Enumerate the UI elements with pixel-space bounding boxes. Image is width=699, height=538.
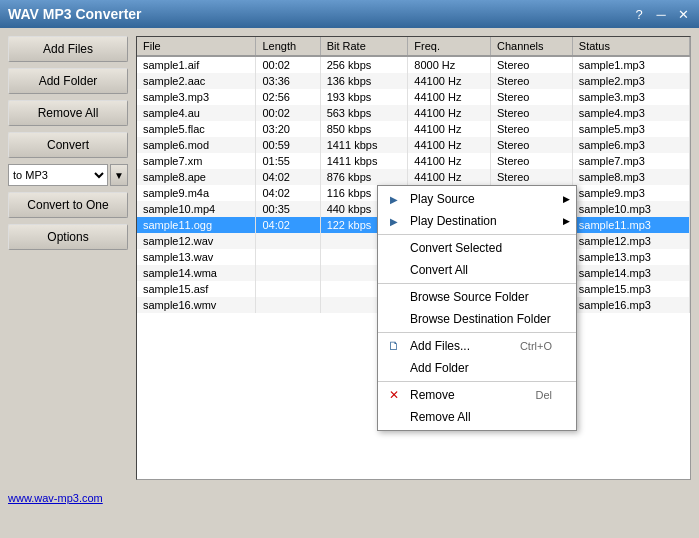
- cell-bitrate: 256 kbps: [320, 56, 408, 73]
- context-menu-item-label: Convert Selected: [410, 241, 502, 255]
- cell-channels: Stereo: [490, 121, 572, 137]
- table-row[interactable]: sample4.au00:02563 kbps44100 HzStereosam…: [137, 105, 690, 121]
- format-arrow[interactable]: ▼: [110, 164, 128, 186]
- col-bitrate: Bit Rate: [320, 37, 408, 56]
- format-select[interactable]: to MP3 to WAV to OGG to AAC to FLAC: [8, 164, 108, 186]
- context-menu-item[interactable]: Convert Selected: [378, 237, 576, 259]
- cell-status: sample5.mp3: [572, 121, 689, 137]
- cell-freq: 8000 Hz: [408, 56, 491, 73]
- context-menu-shortcut: Del: [535, 389, 552, 401]
- context-menu-item[interactable]: Browse Source Folder: [378, 286, 576, 308]
- cell-bitrate: 193 kbps: [320, 89, 408, 105]
- cell-file: sample3.mp3: [137, 89, 256, 105]
- cell-file: sample10.mp4: [137, 201, 256, 217]
- context-menu-item-label: Browse Source Folder: [410, 290, 529, 304]
- table-row[interactable]: sample5.flac03:20850 kbps44100 HzStereos…: [137, 121, 690, 137]
- cell-status: sample4.mp3: [572, 105, 689, 121]
- table-row[interactable]: sample1.aif00:02256 kbps8000 HzStereosam…: [137, 56, 690, 73]
- col-status: Status: [572, 37, 689, 56]
- cell-file: sample5.flac: [137, 121, 256, 137]
- app-title: WAV MP3 Converter: [8, 6, 142, 22]
- remove-all-button[interactable]: Remove All: [8, 100, 128, 126]
- cell-bitrate: 1411 kbps: [320, 137, 408, 153]
- cell-file: sample8.ape: [137, 169, 256, 185]
- convert-button[interactable]: Convert: [8, 132, 128, 158]
- cell-freq: 44100 Hz: [408, 137, 491, 153]
- cell-file: sample16.wmv: [137, 297, 256, 313]
- convert-to-one-button[interactable]: Convert to One: [8, 192, 128, 218]
- cell-freq: 44100 Hz: [408, 105, 491, 121]
- cell-channels: Stereo: [490, 105, 572, 121]
- play-icon: ▶: [384, 216, 404, 227]
- title-controls: ? ─ ✕: [631, 7, 691, 22]
- context-menu-item[interactable]: 🗋Add Files...Ctrl+O: [378, 335, 576, 357]
- options-button[interactable]: Options: [8, 224, 128, 250]
- context-menu-item[interactable]: ▶Play Source: [378, 188, 576, 210]
- context-menu-item[interactable]: Add Folder: [378, 357, 576, 379]
- add-folder-button[interactable]: Add Folder: [8, 68, 128, 94]
- col-freq: Freq.: [408, 37, 491, 56]
- col-channels: Channels: [490, 37, 572, 56]
- cell-length: 04:02: [256, 185, 320, 201]
- minimize-button[interactable]: ─: [653, 7, 669, 22]
- cell-length: [256, 265, 320, 281]
- cell-file: sample9.m4a: [137, 185, 256, 201]
- cell-length: [256, 281, 320, 297]
- close-button[interactable]: ✕: [675, 7, 691, 22]
- context-menu-item[interactable]: Remove All: [378, 406, 576, 428]
- context-menu-item[interactable]: ✕RemoveDel: [378, 384, 576, 406]
- cell-length: 03:36: [256, 73, 320, 89]
- cell-length: 00:02: [256, 56, 320, 73]
- table-row[interactable]: sample6.mod00:591411 kbps44100 HzStereos…: [137, 137, 690, 153]
- table-row[interactable]: sample8.ape04:02876 kbps44100 HzStereosa…: [137, 169, 690, 185]
- cell-status: sample10.mp3: [572, 201, 689, 217]
- cell-bitrate: 136 kbps: [320, 73, 408, 89]
- context-menu-item[interactable]: Convert All: [378, 259, 576, 281]
- cell-length: 04:02: [256, 169, 320, 185]
- remove-icon: ✕: [384, 388, 404, 402]
- context-menu-separator: [378, 332, 576, 333]
- cell-length: [256, 297, 320, 313]
- file-scroll[interactable]: File Length Bit Rate Freq. Channels Stat…: [137, 37, 690, 479]
- add-files-button[interactable]: Add Files: [8, 36, 128, 62]
- cell-channels: Stereo: [490, 137, 572, 153]
- website-link[interactable]: www.wav-mp3.com: [8, 492, 103, 504]
- context-menu-item-label: Remove: [410, 388, 455, 402]
- context-menu-item-label: Add Files...: [410, 339, 470, 353]
- cell-length: 00:02: [256, 105, 320, 121]
- context-menu-separator: [378, 381, 576, 382]
- col-length: Length: [256, 37, 320, 56]
- table-row[interactable]: sample7.xm01:551411 kbps44100 HzStereosa…: [137, 153, 690, 169]
- help-button[interactable]: ?: [631, 7, 647, 22]
- file-area: File Length Bit Rate Freq. Channels Stat…: [136, 36, 691, 480]
- cell-channels: Stereo: [490, 169, 572, 185]
- context-menu-separator: [378, 283, 576, 284]
- cell-channels: Stereo: [490, 73, 572, 89]
- context-menu-item-label: Play Source: [410, 192, 475, 206]
- table-row[interactable]: sample2.aac03:36136 kbps44100 HzStereosa…: [137, 73, 690, 89]
- cell-bitrate: 850 kbps: [320, 121, 408, 137]
- context-menu-item-label: Browse Destination Folder: [410, 312, 551, 326]
- cell-file: sample6.mod: [137, 137, 256, 153]
- cell-channels: Stereo: [490, 153, 572, 169]
- add-icon: 🗋: [384, 339, 404, 353]
- cell-status: sample7.mp3: [572, 153, 689, 169]
- cell-file: sample14.wma: [137, 265, 256, 281]
- context-menu-item-label: Convert All: [410, 263, 468, 277]
- cell-freq: 44100 Hz: [408, 73, 491, 89]
- cell-freq: 44100 Hz: [408, 89, 491, 105]
- context-menu-item[interactable]: Browse Destination Folder: [378, 308, 576, 330]
- cell-file: sample4.au: [137, 105, 256, 121]
- context-menu-item-label: Remove All: [410, 410, 471, 424]
- context-menu-item-label: Play Destination: [410, 214, 497, 228]
- table-row[interactable]: sample3.mp302:56193 kbps44100 HzStereosa…: [137, 89, 690, 105]
- main-window: WAV MP3 Converter ? ─ ✕ Add Files Add Fo…: [0, 0, 699, 510]
- cell-length: [256, 233, 320, 249]
- title-bar: WAV MP3 Converter ? ─ ✕: [0, 0, 699, 28]
- context-menu-item[interactable]: ▶Play Destination: [378, 210, 576, 232]
- content-area: Add Files Add Folder Remove All Convert …: [0, 28, 699, 488]
- cell-file: sample2.aac: [137, 73, 256, 89]
- cell-bitrate: 876 kbps: [320, 169, 408, 185]
- cell-file: sample1.aif: [137, 56, 256, 73]
- cell-length: 04:02: [256, 217, 320, 233]
